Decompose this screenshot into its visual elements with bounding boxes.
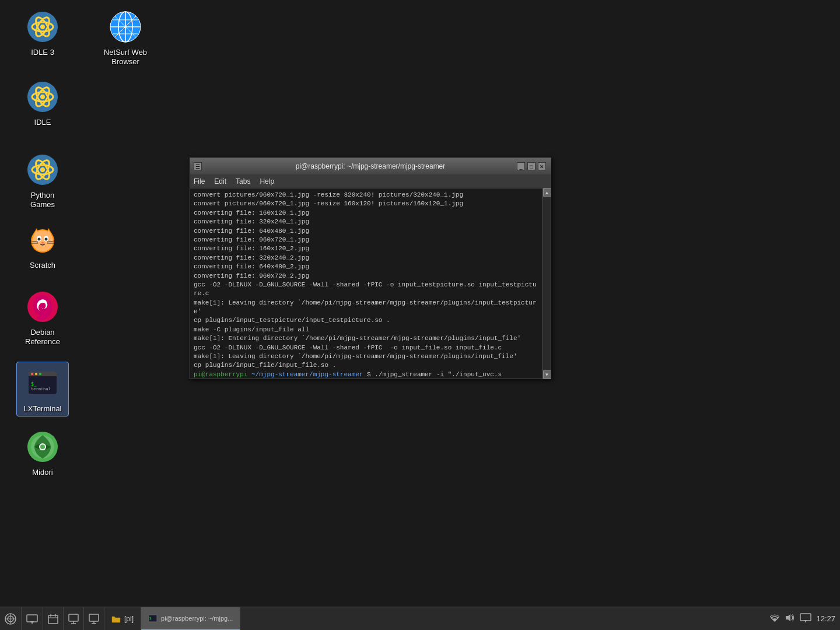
taskbar-right: 12:27 xyxy=(769,607,840,630)
midori-label: Midori xyxy=(32,468,52,477)
terminal-maximize-btn[interactable]: □ xyxy=(527,162,536,170)
idle-label: IDLE xyxy=(34,118,51,127)
desktop-icon-netsurf[interactable]: NetSurf Web Browser xyxy=(99,6,152,68)
taskbar-terminal-app[interactable]: $ pi@raspberrypi: ~/mjpg... xyxy=(141,607,240,631)
terminal-menu-tabs[interactable]: Tabs xyxy=(236,177,250,186)
svg-point-51 xyxy=(40,444,45,449)
svg-point-23 xyxy=(40,167,45,172)
svg-rect-56 xyxy=(27,615,37,622)
idle3-label: IDLE 3 xyxy=(31,48,54,57)
taskbar-time: 12:27 xyxy=(816,614,835,623)
taskbar-network-icon[interactable] xyxy=(769,613,780,625)
svg-text:$: $ xyxy=(149,616,152,620)
taskbar: [pi] $ pi@raspberrypi: ~/mjpg... xyxy=(0,607,840,630)
terminal-menu-edit[interactable]: Edit xyxy=(214,177,226,186)
svg-marker-68 xyxy=(786,614,790,621)
svg-rect-69 xyxy=(800,614,811,621)
taskbar-btn3[interactable] xyxy=(43,607,64,631)
svg-rect-60 xyxy=(69,614,78,621)
svg-point-44 xyxy=(35,373,37,375)
terminal-content[interactable]: convert pictures/960x720_1.jpg -resize 3… xyxy=(190,188,542,379)
python-games-label: Python Games xyxy=(19,191,66,209)
terminal-title: pi@raspberrypi: ~/mjpg-streamer/mjpg-str… xyxy=(296,162,446,170)
terminal-menu-help[interactable]: Help xyxy=(260,177,274,186)
svg-point-4 xyxy=(40,24,45,29)
terminal-scrollbar[interactable]: ▲ ▼ xyxy=(542,188,551,379)
desktop-icon-lxterminal[interactable]: $_ terminal LXTerminal xyxy=(16,362,69,416)
svg-rect-59 xyxy=(48,615,58,624)
scrollbar-down-btn[interactable]: ▼ xyxy=(543,370,551,379)
taskbar-btn2[interactable] xyxy=(22,607,43,631)
taskbar-volume-icon[interactable] xyxy=(785,613,795,625)
python-games-icon xyxy=(24,151,61,188)
desktop-icon-python-games[interactable]: Python Games xyxy=(16,149,69,211)
idle3-icon xyxy=(24,8,61,46)
taskbar-left: [pi] $ pi@raspberrypi: ~/mjpg... xyxy=(0,607,240,630)
svg-point-32 xyxy=(38,238,41,241)
desktop-icon-idle3[interactable]: IDLE 3 xyxy=(16,6,69,60)
taskbar-pi-label: [pi] xyxy=(124,615,134,623)
taskbar-start-btn[interactable] xyxy=(0,607,22,631)
netsurf-icon xyxy=(107,8,144,46)
terminal-titlebar: ☰ pi@raspberrypi: ~/mjpg-streamer/mjpg-s… xyxy=(190,158,551,174)
svg-point-18 xyxy=(40,94,45,99)
debian-ref-label: Debian Reference xyxy=(19,328,66,346)
taskbar-btn4[interactable] xyxy=(64,607,84,631)
svg-rect-63 xyxy=(89,614,99,621)
scrollbar-up-btn[interactable]: ▲ xyxy=(543,188,551,197)
svg-point-45 xyxy=(39,373,41,375)
terminal-body: convert pictures/960x720_1.jpg -resize 3… xyxy=(190,188,551,379)
terminal-window-buttons: _ □ ✕ xyxy=(517,162,547,170)
terminal-minimize-btn[interactable]: _ xyxy=(517,162,525,170)
debian-icon xyxy=(24,288,61,326)
svg-text:terminal: terminal xyxy=(31,387,51,391)
svg-text:$_: $_ xyxy=(31,382,37,387)
terminal-menu-btn[interactable]: ☰ xyxy=(194,162,202,170)
svg-point-29 xyxy=(32,230,53,251)
taskbar-pi-folder[interactable]: [pi] xyxy=(104,607,141,631)
idle-icon xyxy=(24,78,61,116)
midori-icon xyxy=(24,428,61,466)
desktop-icon-scratch[interactable]: Scratch xyxy=(16,219,69,272)
scratch-icon xyxy=(24,221,61,258)
terminal-menubar: File Edit Tabs Help xyxy=(190,174,551,188)
svg-point-33 xyxy=(45,238,48,241)
scratch-label: Scratch xyxy=(30,261,55,270)
scrollbar-track xyxy=(543,197,551,370)
desktop-icon-midori[interactable]: Midori xyxy=(16,426,69,480)
desktop-icon-idle[interactable]: IDLE xyxy=(16,76,69,130)
lxterminal-label: LXTerminal xyxy=(23,404,61,414)
desktop-icon-debian-ref[interactable]: Debian Reference xyxy=(16,286,69,348)
taskbar-btn5[interactable] xyxy=(84,607,104,631)
svg-point-43 xyxy=(31,373,33,375)
svg-point-34 xyxy=(41,242,44,244)
lxterminal-icon: $_ terminal xyxy=(24,365,61,402)
terminal-menu-file[interactable]: File xyxy=(194,177,205,186)
terminal-window: ☰ pi@raspberrypi: ~/mjpg-streamer/mjpg-s… xyxy=(190,158,551,379)
terminal-close-btn[interactable]: ✕ xyxy=(538,162,546,170)
netsurf-label: NetSurf Web Browser xyxy=(102,48,149,66)
taskbar-monitor-icon[interactable] xyxy=(800,613,811,625)
taskbar-terminal-label: pi@raspberrypi: ~/mjpg... xyxy=(161,615,233,622)
desktop: IDLE 3 NetSurf Web Browser xyxy=(0,0,840,607)
